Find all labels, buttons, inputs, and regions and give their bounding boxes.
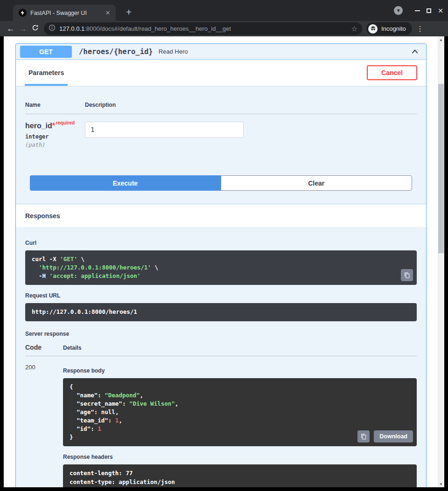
col-header-description: Description [85, 102, 417, 108]
download-button[interactable]: Download [374, 430, 413, 443]
new-tab-button[interactable]: + [122, 6, 135, 19]
browser-menu-icon[interactable]: ⋮ [417, 25, 424, 33]
page-scrollbar[interactable]: ▲ ▼ [438, 36, 444, 487]
close-window-button[interactable]: ✕ [438, 7, 443, 14]
incognito-label: Incognito [381, 25, 406, 32]
response-headers: content-length: 77 content-type: applica… [63, 464, 417, 487]
endpoint-summary: Read Hero [159, 48, 410, 55]
copy-curl-button[interactable] [401, 269, 413, 281]
status-code: 200 [25, 364, 63, 488]
url-bar[interactable]: 127.0.0.1:8000/docs#/default/read_hero_h… [44, 22, 362, 35]
curl-label: Curl [25, 240, 417, 246]
browser-titlebar: FastAPI - Swagger UI ✕ + ▼ ✕ [0, 0, 448, 21]
request-url-value: http://127.0.0.1:8000/heroes/1 [25, 303, 417, 321]
response-body-label: Response body [63, 367, 417, 374]
request-url-label: Request URL [25, 292, 417, 299]
browser-update-icon[interactable]: ▼ [394, 6, 403, 15]
execute-row: Execute Clear [16, 175, 426, 204]
param-location: (path) [25, 142, 85, 148]
responses-body: Curl curl -X 'GET' \ 'http://127.0.0.1:8… [16, 227, 426, 487]
col-header-code: Code [25, 344, 63, 351]
col-header-details: Details [63, 345, 417, 351]
scrollbar-up-arrow[interactable]: ▲ [438, 36, 444, 43]
browser-tab[interactable]: FastAPI - Swagger UI ✕ [13, 5, 116, 21]
parameters-tab-label: Parameters [28, 69, 64, 76]
hero-id-input[interactable] [85, 122, 244, 138]
maximize-button[interactable] [427, 8, 431, 13]
response-body: { "name": "Deadpond", "secret_name": "Di… [63, 378, 417, 447]
param-type: integer [25, 133, 85, 140]
required-label: required [55, 120, 75, 125]
method-badge: GET [20, 46, 72, 58]
browser-toolbar: ← → 127.0.0.1:8000/docs#/default/read_he… [0, 21, 448, 36]
opblock-summary[interactable]: GET /heroes/{hero_id} Read Hero [16, 44, 426, 60]
server-response-label: Server response [25, 331, 417, 337]
incognito-badge: Incognito [366, 22, 412, 35]
back-button[interactable]: ← [5, 24, 17, 34]
scrollbar-down-arrow[interactable]: ▼ [438, 481, 444, 487]
swagger-page: GET /heroes/{hero_id} Read Hero Paramete… [4, 36, 444, 487]
response-headers-label: Response headers [63, 454, 417, 460]
execute-button[interactable]: Execute [30, 175, 221, 191]
minimize-button[interactable] [415, 10, 420, 11]
endpoint-path: /heroes/{hero_id} [79, 48, 153, 56]
curl-command: curl -X 'GET' \ 'http://127.0.0.1:8000/h… [25, 250, 417, 285]
copy-response-button[interactable] [357, 430, 370, 443]
tab-close-icon[interactable]: ✕ [104, 9, 112, 17]
parameter-row: hero_id*required integer (path) [25, 114, 417, 148]
col-header-name: Name [25, 102, 85, 108]
tab-title: FastAPI - Swagger UI [30, 10, 104, 16]
scrollbar-thumb[interactable] [438, 84, 444, 253]
page-info-icon[interactable] [49, 24, 56, 33]
responses-title: Responses [25, 212, 60, 220]
parameters-header: Parameters Cancel [16, 60, 426, 86]
incognito-icon [368, 24, 378, 34]
url-path: :8000/docs#/default/read_hero_heroes__he… [84, 25, 349, 32]
clear-button[interactable]: Clear [221, 175, 413, 191]
url-host: 127.0.0.1 [59, 25, 84, 32]
param-name: hero_id*required [25, 122, 85, 130]
bookmark-star-icon[interactable]: ☆ [351, 25, 357, 33]
opblock-get-heroes: GET /heroes/{hero_id} Read Hero Paramete… [15, 43, 427, 487]
fastapi-favicon-icon [19, 9, 27, 17]
server-response-row: 200 Response body { "name": "Deadpond", … [25, 356, 417, 488]
reload-button[interactable] [29, 24, 41, 34]
cancel-button[interactable]: Cancel [367, 65, 417, 80]
collapse-chevron-icon[interactable] [410, 47, 420, 56]
forward-button[interactable]: → [17, 24, 29, 34]
tab-parameters[interactable]: Parameters [25, 60, 68, 86]
responses-section-header: Responses [16, 204, 426, 227]
parameters-body: Name Description hero_id*required intege… [16, 86, 426, 175]
